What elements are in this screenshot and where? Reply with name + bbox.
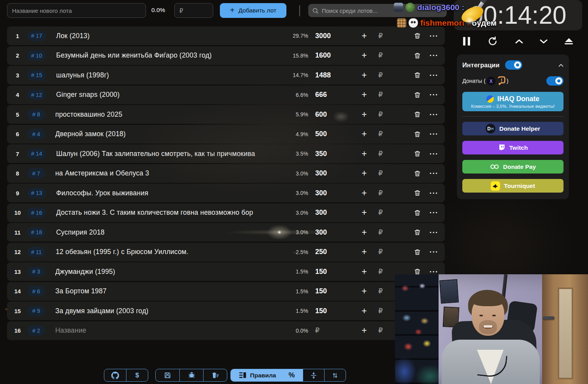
lot-title[interactable]: Суспирия 2018 <box>56 228 286 237</box>
delete-lot-button[interactable] <box>409 91 425 99</box>
lot-title[interactable]: Философы. Урок выживания <box>56 189 286 197</box>
lot-amount[interactable]: 300 <box>315 169 356 177</box>
reset-timer-button[interactable] <box>487 36 498 47</box>
add-amount-button[interactable]: + <box>356 149 372 159</box>
lot-amount[interactable]: 150 <box>315 268 356 276</box>
lot-amount[interactable]: 666 <box>315 91 356 99</box>
subtract-time-button[interactable] <box>540 39 548 44</box>
tourniquet-button[interactable]: Tourniquet <box>462 179 563 193</box>
compact-view-button[interactable] <box>303 369 324 381</box>
delete-lot-button[interactable] <box>409 228 425 236</box>
lot-title[interactable]: Достать ножи 3. С таким количеством говн… <box>56 209 286 217</box>
ihaq-donate-button[interactable]: IHAQ Donate Комиссия – 3,5%. Уникальные … <box>462 92 563 111</box>
add-amount-button[interactable]: + <box>356 306 372 316</box>
lot-amount[interactable]: 300 <box>315 228 356 237</box>
delete-lot-button[interactable] <box>409 170 425 177</box>
add-amount-button[interactable]: + <box>356 70 372 81</box>
lot-title[interactable]: Шалун (2006) Так залипательно смотреть, … <box>56 150 286 158</box>
add-amount-button[interactable]: + <box>356 31 372 41</box>
sort-button[interactable] <box>324 369 346 381</box>
lot-title[interactable]: Джуманджи (1995) <box>55 268 286 276</box>
add-lot-button[interactable]: + Добавить лот <box>220 3 286 18</box>
lot-title[interactable]: на Амстериксма и Обелуса 3 <box>55 169 286 177</box>
lot-amount[interactable]: 300 <box>315 189 356 197</box>
add-amount-button[interactable]: + <box>356 207 372 218</box>
currency-button[interactable]: ₽ <box>372 209 389 217</box>
currency-button[interactable]: ₽ <box>372 287 389 295</box>
delete-lot-button[interactable] <box>409 189 425 197</box>
clear-all-button[interactable] <box>203 369 227 381</box>
delete-lot-button[interactable] <box>409 209 425 217</box>
add-amount-button[interactable]: + <box>356 227 372 238</box>
lot-amount[interactable]: ₽ <box>315 326 356 335</box>
delete-lot-button[interactable] <box>409 150 425 158</box>
twitch-button[interactable]: Twitch <box>462 141 563 154</box>
add-amount-button[interactable]: + <box>356 129 372 139</box>
add-amount-button[interactable]: + <box>356 50 372 61</box>
new-lot-amount-input[interactable] <box>174 3 213 18</box>
lot-amount[interactable]: 1488 <box>315 71 356 79</box>
delete-lot-button[interactable] <box>409 32 425 40</box>
lot-amount[interactable]: 250 <box>315 248 356 256</box>
lot-amount[interactable]: 500 <box>315 130 356 138</box>
donate-pay-button[interactable]: Donate Pay <box>462 160 563 174</box>
lot-title[interactable]: Дверной замок (2018) <box>55 130 286 138</box>
more-options-button[interactable]: ··· <box>425 189 442 198</box>
lot-amount[interactable]: 300 <box>315 209 356 217</box>
add-amount-button[interactable]: + <box>356 325 372 336</box>
add-amount-button[interactable]: + <box>356 188 372 198</box>
more-options-button[interactable]: ··· <box>425 169 442 178</box>
add-time-button[interactable] <box>515 39 523 44</box>
rules-button[interactable]: Правила % <box>231 369 303 381</box>
maximize-timer-button[interactable] <box>565 38 573 45</box>
donate-helper-button[interactable]: DH Donate Helper <box>462 122 563 135</box>
lot-title[interactable]: Ginger snaps (2000) <box>56 91 286 99</box>
add-amount-button[interactable]: + <box>356 109 372 120</box>
currency-button[interactable]: ₽ <box>372 268 389 276</box>
lot-amount[interactable]: 350 <box>315 150 356 158</box>
delete-lot-button[interactable] <box>409 71 425 79</box>
save-button[interactable] <box>156 369 179 381</box>
more-options-button[interactable]: ··· <box>425 208 442 217</box>
currency-button[interactable]: ₽ <box>372 307 389 315</box>
donates-toggle[interactable] <box>546 76 563 86</box>
more-options-button[interactable]: ··· <box>425 51 442 60</box>
donations-money-button[interactable]: $ <box>126 369 148 381</box>
more-options-button[interactable]: ··· <box>425 71 442 80</box>
more-options-button[interactable]: ··· <box>425 247 442 256</box>
new-lot-name-input[interactable] <box>7 3 146 18</box>
lot-title[interactable]: За двумя зайцами (2003 год) <box>55 307 286 315</box>
lot-title[interactable]: 12 обезьян (1995 г.) с Брюсом Уиллисом. <box>56 248 286 256</box>
add-amount-button[interactable]: + <box>356 286 372 296</box>
currency-button[interactable]: ₽ <box>372 130 389 138</box>
more-options-button[interactable]: ··· <box>425 130 442 139</box>
more-options-button[interactable]: ··· <box>425 90 442 99</box>
delete-lot-button[interactable] <box>409 130 425 138</box>
more-options-button[interactable]: ··· <box>425 228 442 237</box>
delete-lot-button[interactable] <box>409 110 425 118</box>
bug-report-button[interactable] <box>179 369 203 381</box>
delete-lot-button[interactable] <box>409 52 425 60</box>
currency-button[interactable]: ₽ <box>372 169 389 177</box>
collapse-panel-button[interactable] <box>558 62 563 68</box>
currency-button[interactable]: ₽ <box>372 326 389 335</box>
currency-button[interactable]: ₽ <box>372 189 389 197</box>
lot-title[interactable]: простоквашино 2025 <box>55 110 286 119</box>
lot-amount[interactable]: 150 <box>315 287 356 295</box>
github-button[interactable] <box>104 369 126 381</box>
more-options-button[interactable]: ··· <box>425 32 442 40</box>
delete-lot-button[interactable] <box>409 248 425 256</box>
currency-button[interactable]: ₽ <box>372 248 389 256</box>
lot-title[interactable]: шалунья (1998г) <box>56 71 286 79</box>
add-amount-button[interactable]: + <box>356 247 372 257</box>
lot-amount[interactable]: 150 <box>315 307 356 315</box>
currency-button[interactable]: ₽ <box>372 51 389 60</box>
add-amount-button[interactable]: + <box>356 267 372 277</box>
currency-button[interactable]: ₽ <box>372 228 389 237</box>
currency-button[interactable]: ₽ <box>372 32 389 40</box>
integrations-toggle[interactable] <box>505 60 522 70</box>
lot-title[interactable]: Лок (2013) <box>56 32 286 40</box>
add-amount-button[interactable]: + <box>356 168 372 179</box>
lot-amount[interactable]: 3000 <box>315 32 356 40</box>
lot-title[interactable]: Безумный день или женитьба Фиѓаро (2003 … <box>56 51 286 60</box>
